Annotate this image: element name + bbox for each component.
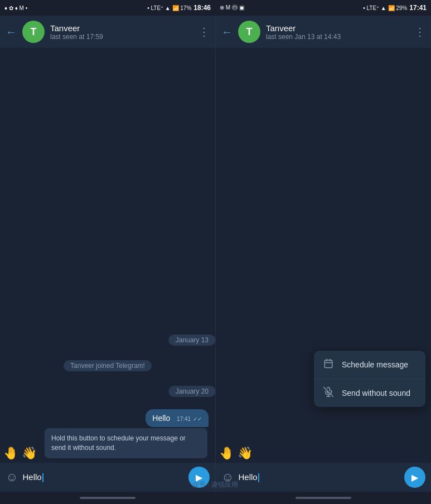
left-message-ticks: ✓✓	[193, 416, 202, 422]
left-sticker-btns: 🤚 👋	[3, 446, 37, 461]
left-last-seen: last seen at 17:59	[50, 33, 193, 41]
right-chat-area: Schedule message	[216, 48, 431, 463]
right-chat-header: ← T Tanveer last seen Jan 13 at 14:43 ⋮	[216, 16, 431, 48]
left-chat-header: ← T Tanveer last seen at 17:59 ⋮	[0, 16, 215, 48]
status-bar-right: ⊕ M ⓜ ▣ • LTE⁺ ▲ 📶 29% 17:41	[215, 0, 431, 16]
left-date2: January 20	[169, 386, 215, 397]
right-nav-bar	[215, 492, 431, 504]
left-date2-container: January 20	[0, 380, 215, 403]
right-sticker-btns: 🤚 👋	[219, 446, 428, 461]
right-bottom-overlay: 🤚 👋	[216, 446, 431, 463]
left-header-info: Tanveer last seen at 17:59	[50, 23, 193, 41]
left-status-icons: ♦ ✿ ♦ M •	[4, 5, 27, 11]
right-signal-icons: • LTE⁺ ▲ 📶 29%	[363, 5, 407, 11]
nav-bars-row	[0, 492, 431, 504]
left-message-out: Hello 17:41 ✓✓	[0, 407, 215, 429]
left-sticker-2[interactable]: 👋	[22, 446, 37, 461]
left-nav-indicator	[80, 497, 135, 499]
left-icons-text: ♦ ✿ ♦ M •	[4, 5, 27, 11]
left-back-button[interactable]: ←	[6, 26, 17, 38]
right-icons-text: ⊕ M ⓜ ▣	[220, 4, 244, 12]
right-header-info: Tanveer last seen Jan 13 at 14:43	[266, 23, 409, 41]
left-signal-icons: • LTE⁺ ▲ 📶 17%	[147, 5, 191, 11]
schedule-message-label: Schedule message	[342, 360, 408, 369]
mute-icon	[323, 387, 334, 399]
left-messages-area: January 13 Tanveer joined Telegram! Janu…	[0, 48, 215, 434]
left-message-bubble: Hello 17:41 ✓✓	[146, 409, 209, 427]
left-system-msg-container: Tanveer joined Telegram!	[0, 358, 215, 374]
left-message-text: Hello	[152, 414, 170, 423]
left-avatar: T	[22, 21, 45, 43]
watermark-container: 众号 · 凌锐应用	[0, 479, 431, 490]
send-without-sound-item[interactable]: Send without sound	[314, 379, 425, 407]
status-bar-left: ♦ ✿ ♦ M • • LTE⁺ ▲ 📶 17% 18:46	[0, 0, 215, 16]
send-without-sound-label: Send without sound	[342, 389, 410, 398]
left-date1-container: January 13	[0, 329, 215, 351]
left-more-button[interactable]: ⋮	[198, 25, 210, 38]
right-avatar: T	[238, 21, 260, 43]
right-last-seen: last seen Jan 13 at 14:43	[266, 33, 409, 41]
phones-row: ← T Tanveer last seen at 17:59 ⋮ January…	[0, 16, 431, 492]
left-tooltip: Hold this button to schedule your messag…	[45, 428, 207, 458]
right-time: 17:41	[409, 4, 427, 12]
right-back-button[interactable]: ←	[221, 26, 233, 38]
status-bar-row: ♦ ✿ ♦ M • • LTE⁺ ▲ 📶 17% 18:46 ⊕ M ⓜ ▣ •…	[0, 0, 431, 16]
left-nav-bar	[0, 492, 215, 504]
left-message-time: 17:41	[177, 416, 191, 422]
right-sticker-1[interactable]: 🤚	[219, 446, 234, 461]
screenshot-container: ♦ ✿ ♦ M • • LTE⁺ ▲ 📶 17% 18:46 ⊕ M ⓜ ▣ •…	[0, 0, 431, 504]
left-chat-area: January 13 Tanveer joined Telegram! Janu…	[0, 48, 215, 463]
right-nav-indicator	[296, 497, 351, 499]
calendar-icon	[323, 358, 334, 371]
right-more-button[interactable]: ⋮	[414, 25, 425, 38]
right-sticker-2[interactable]: 👋	[238, 446, 253, 461]
schedule-message-item[interactable]: Schedule message	[314, 351, 425, 379]
left-date1: January 13	[169, 335, 215, 346]
left-sticker-1[interactable]: 🤚	[3, 446, 18, 461]
right-contact-name: Tanveer	[266, 23, 409, 33]
left-contact-name: Tanveer	[50, 23, 193, 33]
context-menu: Schedule message	[314, 351, 425, 407]
watermark-text: 众号 · 凌锐应用	[192, 481, 238, 488]
left-time: 18:46	[193, 4, 211, 12]
left-phone-panel: ← T Tanveer last seen at 17:59 ⋮ January…	[0, 16, 215, 492]
left-system-msg: Tanveer joined Telegram!	[64, 360, 152, 371]
right-phone-panel: ← T Tanveer last seen Jan 13 at 14:43 ⋮	[215, 16, 431, 492]
right-status-icons: ⊕ M ⓜ ▣	[220, 4, 244, 12]
left-bottom-overlay: 🤚 👋 Hold this button to schedule your me…	[0, 428, 215, 463]
svg-rect-0	[325, 360, 332, 368]
